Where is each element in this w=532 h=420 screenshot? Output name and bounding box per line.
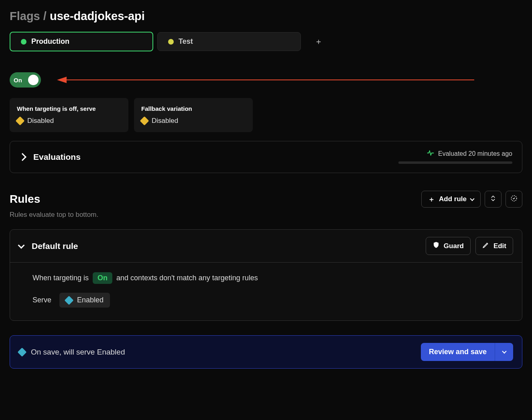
on-badge: On: [93, 272, 112, 284]
rules-actions: ＋ Add rule: [421, 191, 522, 208]
env-tab-label: Production: [31, 37, 69, 46]
serve-label: Serve: [32, 296, 51, 304]
breadcrumb-root[interactable]: Flags: [10, 10, 40, 22]
save-dropdown-button[interactable]: [495, 343, 513, 361]
guard-label: Guard: [444, 242, 464, 250]
review-and-save-button[interactable]: Review and save: [421, 343, 495, 361]
reorder-icon: [510, 195, 518, 204]
variation-cards: When targeting is off, serve Disabled Fa…: [10, 98, 522, 132]
toggle-knob-icon: [28, 75, 39, 85]
chevron-down-icon: [502, 349, 506, 353]
chevron-down-icon: [18, 242, 25, 249]
environment-tabs: Production Test ＋: [10, 32, 522, 51]
card-title: Fallback variation: [141, 105, 246, 112]
edit-label: Edit: [493, 242, 506, 250]
serve-variation-label: Enabled: [77, 296, 104, 304]
toggle-label: On: [14, 77, 22, 84]
chevron-right-icon: [18, 153, 26, 161]
variation-diamond-icon: [140, 116, 149, 126]
variation-label: Disabled: [152, 117, 178, 125]
serve-row: Serve Enabled: [32, 293, 510, 308]
add-rule-label: Add rule: [439, 195, 467, 203]
collapse-icon: [489, 195, 497, 204]
card-title: When targeting is off, serve: [17, 105, 121, 112]
chevron-down-icon: [470, 196, 474, 201]
flag-name: use-dadjokes-api: [50, 10, 145, 22]
serve-variation-pill[interactable]: Enabled: [59, 293, 110, 308]
reorder-rules-button[interactable]: [506, 191, 522, 208]
rule-condition: When targeting is On and contexts don't …: [32, 272, 510, 284]
card-variation: Disabled: [17, 117, 121, 125]
collapse-rules-button[interactable]: [485, 191, 502, 208]
env-tab-production[interactable]: Production: [10, 32, 153, 51]
env-tab-test[interactable]: Test: [157, 32, 301, 51]
evaluations-title: Evaluations: [33, 152, 81, 162]
variation-diamond-icon: [18, 347, 27, 357]
pencil-icon: [482, 241, 489, 251]
rules-header: Rules ＋ Add rule: [10, 191, 522, 208]
when-prefix: When targeting is: [32, 274, 89, 282]
card-variation: Disabled: [141, 117, 246, 125]
svg-marker-1: [57, 77, 67, 83]
evaluation-progress-bar: [398, 161, 512, 164]
variation-diamond-icon: [65, 296, 74, 305]
add-environment-button[interactable]: ＋: [311, 35, 326, 49]
variation-diamond-icon: [16, 116, 25, 126]
default-rule-panel: Default rule Guard Edit When targeting i…: [10, 229, 522, 321]
targeting-toggle[interactable]: On: [10, 72, 41, 88]
pulse-icon: [427, 150, 434, 157]
variation-label: Disabled: [27, 117, 54, 125]
when-suffix: and contexts don't match any targeting r…: [116, 274, 258, 282]
shield-icon: [433, 241, 440, 251]
rule-header[interactable]: Default rule Guard Edit: [10, 230, 522, 263]
off-serve-card[interactable]: When targeting is off, serve Disabled: [10, 98, 128, 132]
edit-button[interactable]: Edit: [475, 237, 513, 255]
targeting-toggle-row: On: [10, 72, 522, 88]
rules-heading: Rules: [10, 193, 40, 206]
evaluations-panel[interactable]: Evaluations Evaluated 20 minutes ago: [10, 141, 522, 173]
fallback-card[interactable]: Fallback variation Disabled: [134, 98, 253, 132]
env-tab-label: Test: [179, 37, 193, 46]
plus-icon: ＋: [315, 36, 323, 47]
rule-title: Default rule: [32, 241, 78, 251]
breadcrumb-sep: /: [43, 10, 47, 22]
annotation-arrow-icon: [57, 76, 474, 84]
evaluation-status-text: Evaluated 20 minutes ago: [438, 150, 512, 157]
breadcrumb: Flags / use-dadjokes-api: [10, 10, 522, 23]
evaluation-status: Evaluated 20 minutes ago: [398, 150, 512, 157]
save-message: On save, will serve Enabled: [31, 348, 125, 357]
env-status-dot-icon: [21, 39, 26, 45]
rule-body: When targeting is On and contexts don't …: [10, 263, 522, 320]
env-status-dot-icon: [168, 39, 174, 45]
plus-icon: ＋: [428, 196, 435, 203]
guard-button[interactable]: Guard: [426, 237, 471, 255]
rules-subtext: Rules evaluate top to bottom.: [10, 211, 522, 219]
save-banner: On save, will serve Enabled Review and s…: [10, 335, 522, 369]
add-rule-button[interactable]: ＋ Add rule: [421, 191, 481, 208]
